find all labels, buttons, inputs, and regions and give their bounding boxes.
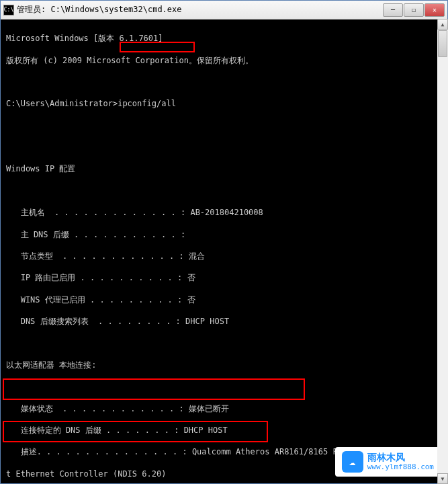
section-header: 以太网适配器 本地连接:: [6, 360, 442, 370]
console-line: [6, 381, 442, 392]
vertical-scrollbar[interactable]: ▲ ▼: [437, 19, 448, 484]
console-output[interactable]: Microsoft Windows [版本 6.1.7601] 版权所有 (c)…: [1, 19, 447, 483]
minimize-button[interactable]: ─: [383, 3, 403, 17]
maximize-button[interactable]: ☐: [404, 3, 424, 17]
console-line: [6, 120, 442, 131]
console-line: 节点类型 . . . . . . . . . . . . : 混合: [6, 251, 442, 261]
section-header: Windows IP 配置: [6, 163, 442, 174]
console-line: 媒体状态 . . . . . . . . . . . . : 媒体已断开: [6, 403, 442, 414]
console-line: IP 路由已启用 . . . . . . . . . . : 否: [6, 272, 442, 283]
prompt-line: C:\Users\Administrator>ipconfig/all: [6, 98, 442, 109]
command-text: ipconfig/all: [118, 99, 176, 108]
console-line: 连接特定的 DNS 后缀 . . . . . . . : DHCP HOST: [6, 425, 442, 436]
window-title: 管理员: C:\Windows\system32\cmd.exe: [17, 4, 383, 15]
watermark-icon: ☁: [342, 451, 363, 473]
console-line: [6, 337, 442, 348]
titlebar[interactable]: C:\ 管理员: C:\Windows\system32\cmd.exe ─ ☐…: [1, 1, 447, 19]
close-button[interactable]: ✕: [424, 3, 445, 17]
console-line: DNS 后缀搜索列表 . . . . . . . . : DHCP HOST: [6, 316, 442, 327]
console-line: [6, 77, 442, 87]
watermark: ☁ 雨林木风 www.ylmf888.com: [335, 447, 441, 477]
console-line: 版权所有 (c) 2009 Microsoft Corporation。保留所有…: [6, 55, 442, 66]
watermark-url: www.ylmf888.com: [367, 463, 434, 471]
hostname-line: 主机名 . . . . . . . . . . . . . : AB-20180…: [6, 207, 442, 218]
scroll-up-button[interactable]: ▲: [437, 19, 448, 30]
cmd-icon: C:\: [3, 5, 14, 15]
watermark-title: 雨林木风: [367, 452, 434, 462]
console-line: [6, 186, 442, 196]
scroll-thumb[interactable]: [438, 30, 447, 57]
console-line: Microsoft Windows [版本 6.1.7601]: [6, 33, 442, 44]
console-line: [6, 142, 442, 153]
window-controls: ─ ☐ ✕: [383, 3, 445, 17]
console-line: 主 DNS 后缀 . . . . . . . . . . . :: [6, 229, 442, 240]
scroll-down-button[interactable]: ▼: [437, 473, 448, 484]
cmd-window: C:\ 管理员: C:\Windows\system32\cmd.exe ─ ☐…: [0, 0, 448, 484]
console-line: WINS 代理已启用 . . . . . . . . . : 否: [6, 294, 442, 305]
